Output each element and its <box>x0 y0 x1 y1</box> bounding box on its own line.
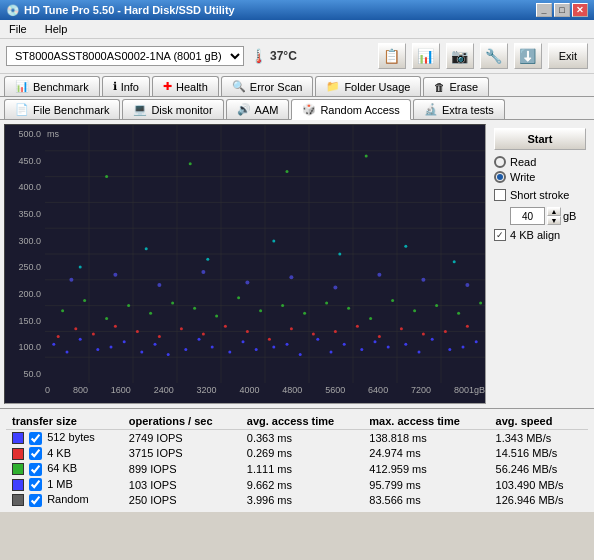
x-label-4000: 4000 <box>239 385 259 401</box>
svg-point-107 <box>404 245 407 248</box>
svg-point-53 <box>158 335 161 338</box>
svg-point-103 <box>145 247 148 250</box>
row-checkbox-2[interactable] <box>29 463 42 476</box>
results-table: transfer size operations / sec avg. acce… <box>6 413 588 508</box>
right-panel: Start Read Write Short stroke ▲ ▼ <box>490 124 590 404</box>
spin-down-button[interactable]: ▼ <box>547 216 561 225</box>
short-stroke-checkbox[interactable] <box>494 189 506 201</box>
row-color-1 <box>12 448 24 460</box>
cell-label-0: 512 bytes <box>6 430 123 446</box>
spinbox-input[interactable] <box>510 207 545 225</box>
svg-point-71 <box>365 154 368 157</box>
svg-point-63 <box>378 335 381 338</box>
svg-point-36 <box>316 338 319 341</box>
row-checkbox-3[interactable] <box>29 478 42 491</box>
toolbar-btn-5[interactable]: ⬇️ <box>514 43 542 69</box>
row-checkbox-4[interactable] <box>29 494 42 507</box>
svg-point-86 <box>369 317 372 320</box>
cell-label-4: Random <box>6 492 123 508</box>
tab-extra-tests[interactable]: 🔬 Extra tests <box>413 99 505 119</box>
cell-avg-access-4: 3.996 ms <box>241 492 364 508</box>
maximize-button[interactable]: □ <box>554 3 570 17</box>
x-label-800: 800 <box>73 385 88 401</box>
tab-disk-monitor[interactable]: 💻 Disk monitor <box>122 99 223 119</box>
col-ops: operations / sec <box>123 413 241 430</box>
row-label-4: Random <box>47 493 89 505</box>
svg-point-60 <box>312 332 315 335</box>
table-row: 4 KB 3715 IOPS 0.269 ms 24.974 ms 14.516… <box>6 446 588 462</box>
svg-point-61 <box>334 330 337 333</box>
svg-point-40 <box>374 340 377 343</box>
svg-point-29 <box>211 345 214 348</box>
y-label-500: 500.0 <box>7 129 43 139</box>
close-button[interactable]: ✕ <box>572 3 588 17</box>
svg-point-89 <box>435 304 438 307</box>
row-checkbox-0[interactable] <box>29 432 42 445</box>
write-option[interactable]: Write <box>494 171 586 183</box>
svg-point-64 <box>400 327 403 330</box>
y-label-350: 350.0 <box>7 209 43 219</box>
align-checkbox[interactable] <box>494 229 506 241</box>
svg-point-27 <box>184 348 187 351</box>
tab-health[interactable]: ✚ Health <box>152 76 219 96</box>
svg-point-83 <box>303 312 306 315</box>
col-avg-access: avg. access time <box>241 413 364 430</box>
gb-label: gB <box>563 210 576 222</box>
menu-file[interactable]: File <box>6 22 30 36</box>
disk-monitor-icon: 💻 <box>133 103 147 116</box>
svg-point-26 <box>167 353 170 356</box>
svg-point-99 <box>377 273 381 277</box>
svg-point-88 <box>413 309 416 312</box>
svg-point-97 <box>289 275 293 279</box>
svg-point-73 <box>83 299 86 302</box>
short-stroke-label: Short stroke <box>510 189 569 201</box>
svg-point-76 <box>149 312 152 315</box>
read-option[interactable]: Read <box>494 156 586 168</box>
svg-point-33 <box>272 345 275 348</box>
read-radio[interactable] <box>494 156 506 168</box>
svg-point-47 <box>475 340 478 343</box>
svg-point-22 <box>110 345 113 348</box>
chart-y-axis: 500.0 450.0 400.0 350.0 300.0 250.0 200.… <box>5 125 45 383</box>
spinbox-row: ▲ ▼ gB <box>510 207 586 225</box>
svg-point-45 <box>448 348 451 351</box>
toolbar-btn-2[interactable]: 📊 <box>412 43 440 69</box>
tab-error-scan[interactable]: 🔍 Error Scan <box>221 76 314 96</box>
tab-aam[interactable]: 🔊 AAM <box>226 99 290 119</box>
chart-svg <box>45 125 485 383</box>
spin-up-button[interactable]: ▲ <box>547 207 561 216</box>
menu-help[interactable]: Help <box>42 22 71 36</box>
svg-point-31 <box>242 340 245 343</box>
tab-info[interactable]: ℹ Info <box>102 76 150 96</box>
error-scan-icon: 🔍 <box>232 80 246 93</box>
svg-point-56 <box>224 325 227 328</box>
row-checkbox-1[interactable] <box>29 447 42 460</box>
cell-avg-access-3: 9.662 ms <box>241 477 364 493</box>
tab-benchmark[interactable]: 📊 Benchmark <box>4 76 100 96</box>
tab-random-access[interactable]: 🎲 Random Access <box>291 99 410 120</box>
svg-point-43 <box>418 351 421 354</box>
svg-point-59 <box>290 327 293 330</box>
align-label: 4 KB align <box>510 229 560 241</box>
short-stroke-option[interactable]: Short stroke <box>494 189 586 201</box>
exit-button[interactable]: Exit <box>548 43 588 69</box>
cell-avg-speed-2: 56.246 MB/s <box>490 461 588 477</box>
aam-icon: 🔊 <box>237 103 251 116</box>
tab-file-benchmark[interactable]: 📄 File Benchmark <box>4 99 120 119</box>
toolbar-btn-1[interactable]: 📋 <box>378 43 406 69</box>
drive-selector[interactable]: ST8000ASST8000AS0002-1NA (8001 gB) <box>6 46 244 66</box>
col-avg-speed: avg. speed <box>490 413 588 430</box>
file-benchmark-icon: 📄 <box>15 103 29 116</box>
svg-point-70 <box>286 170 289 173</box>
row-color-2 <box>12 463 24 475</box>
start-button[interactable]: Start <box>494 128 586 150</box>
align-option[interactable]: 4 KB align <box>494 229 586 241</box>
svg-point-23 <box>123 340 126 343</box>
toolbar: ST8000ASST8000AS0002-1NA (8001 gB) 🌡️ 37… <box>0 39 594 74</box>
tab-erase[interactable]: 🗑 Erase <box>423 77 489 96</box>
toolbar-btn-3[interactable]: 📷 <box>446 43 474 69</box>
tab-folder-usage[interactable]: 📁 Folder Usage <box>315 76 421 96</box>
write-radio[interactable] <box>494 171 506 183</box>
toolbar-btn-4[interactable]: 🔧 <box>480 43 508 69</box>
minimize-button[interactable]: _ <box>536 3 552 17</box>
